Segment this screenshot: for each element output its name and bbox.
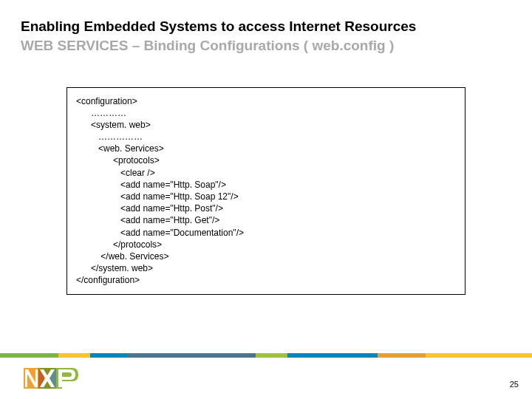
code-line: <add name="Http. Soap"/> <box>76 179 456 191</box>
code-line: <web. Services> <box>76 143 456 154</box>
slide-footer: 25 <box>0 349 532 399</box>
code-line: <add name="Documentation"/> <box>76 227 456 239</box>
slide-title-block: Enabling Embedded Systems to access Inte… <box>0 0 532 59</box>
bar-segment <box>58 353 90 358</box>
code-line: <configuration> <box>76 95 456 107</box>
bar-segment <box>90 353 127 358</box>
code-line: <add name="Http. Soap 12"/> <box>76 191 456 202</box>
title-line-2: WEB SERVICES – Binding Configurations ( … <box>21 37 511 55</box>
code-line: <system. web> <box>76 119 456 131</box>
code-line: <protocols> <box>76 154 456 166</box>
page-number: 25 <box>510 380 519 389</box>
code-line: …………… <box>76 131 456 143</box>
code-line: ………… <box>76 107 456 119</box>
bar-segment <box>426 353 532 358</box>
code-box: <configuration> ………… <system. web> ……………… <box>66 87 466 295</box>
title-line-1: Enabling Embedded Systems to access Inte… <box>21 18 511 35</box>
code-line: </web. Services> <box>76 250 456 262</box>
code-line: <add name="Http. Post"/> <box>76 202 456 214</box>
bar-segment <box>287 353 378 358</box>
code-line: </configuration> <box>76 274 456 286</box>
bar-segment <box>256 353 287 358</box>
brand-color-bar <box>0 353 532 358</box>
nxp-logo-icon <box>24 365 81 392</box>
code-line: </protocols> <box>76 239 456 250</box>
bar-segment <box>378 353 426 358</box>
bar-segment <box>0 353 58 358</box>
code-line: <clear /> <box>76 167 456 179</box>
code-line: <add name="Http. Get"/> <box>76 214 456 226</box>
bar-segment <box>128 353 256 358</box>
code-line: </system. web> <box>76 262 456 274</box>
